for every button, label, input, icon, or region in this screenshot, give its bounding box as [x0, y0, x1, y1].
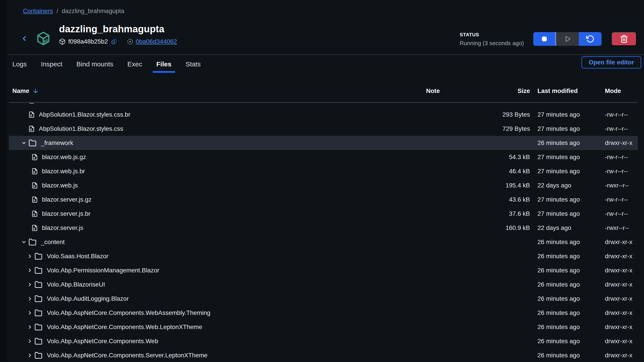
file-name: _framework [41, 139, 73, 146]
chevron-right-icon[interactable] [27, 253, 33, 259]
mode-cell: drwxr-xr-x [605, 239, 638, 246]
stop-button[interactable] [533, 32, 556, 46]
column-header-name[interactable]: Name [9, 87, 426, 94]
image-reference: 0ba06d344062 [127, 38, 177, 45]
table-row-file[interactable]: blazor.server.js.gz43.6 kB27 minutes ago… [9, 193, 638, 207]
table-row-folder[interactable]: Volo.Abp.AspNetCore.Components.Web26 min… [9, 334, 638, 348]
column-header-mode: Mode [605, 87, 638, 94]
chevron-right-icon[interactable] [27, 282, 33, 287]
container-controls [533, 32, 636, 46]
image-id-link[interactable]: 0ba06d344062 [136, 38, 177, 45]
delete-button[interactable] [612, 32, 636, 46]
tab-stats[interactable]: Stats [186, 60, 201, 68]
table-row-file[interactable]: blazor.server.js.br37.6 kB27 minutes ago… [9, 207, 638, 221]
file-name: Volo.Abp.BlazoriseUI [47, 281, 105, 288]
tab-logs[interactable]: Logs [12, 60, 27, 68]
last-modified-cell: 27 minutes ago [530, 168, 605, 175]
column-label-name: Name [12, 87, 29, 94]
breadcrumb-containers-link[interactable]: Containers [23, 8, 53, 15]
play-icon [563, 35, 572, 43]
table-row-folder[interactable]: Volo.Abp.AspNetCore.Components.Web.Lepto… [9, 320, 638, 334]
file-name: AbpSolution1.Blazor.styles.css [39, 125, 123, 132]
table-row-file[interactable]: AbpSolution1.Blazor.styles.css.br293 Byt… [9, 108, 638, 122]
chevron-right-icon[interactable] [27, 338, 33, 344]
restart-button[interactable] [579, 32, 602, 46]
file-name: blazor.web.js.gz [42, 153, 86, 161]
file-name: Volo.Abp.AspNetCore.Components.Server.Le… [47, 352, 208, 359]
chevron-down-icon[interactable] [21, 239, 27, 245]
name-cell: Volo.Abp.AspNetCore.Components.Web.Lepto… [9, 323, 426, 331]
name-cell: Volo.Saas.Host.Blazor [9, 252, 426, 260]
mode-cell: -rw-r--r-- [605, 210, 638, 217]
mode-cell: -rw-r--r-- [605, 125, 638, 132]
folder-icon [34, 351, 43, 359]
breadcrumb-current: dazzling_brahmagupta [62, 8, 124, 15]
mode-cell: drwxr-xr-x [605, 139, 638, 146]
table-row-file[interactable]: blazor.web.js195.4 kB22 days ago-rwxr--r… [9, 178, 638, 193]
table-row-folder[interactable]: Volo.Abp.AspNetCore.Components.WebAssemb… [9, 306, 638, 320]
table-row-file[interactable]: AbpSolution1.Blazor.styles.css729 Bytes2… [9, 122, 638, 136]
breadcrumb-separator: / [56, 8, 58, 15]
size-cell: 729 Bytes [477, 125, 530, 132]
status-block: STATUS Running (3 seconds ago) [460, 32, 524, 47]
start-button[interactable] [556, 32, 579, 46]
last-modified-cell: 27 minutes ago [530, 196, 605, 203]
folder-icon [28, 139, 37, 147]
mode-cell: -rw-r--r-- [605, 153, 638, 161]
files-table: Name Note Size Last modified Mode AbpSol… [9, 80, 638, 362]
last-modified-cell: 26 minutes ago [530, 281, 605, 288]
chevron-right-icon[interactable] [27, 268, 33, 273]
stop-icon [540, 35, 548, 43]
table-row-file[interactable]: blazor.server.js160.9 kB22 days ago-rwxr… [9, 221, 638, 235]
size-cell: 37.6 kB [477, 210, 530, 217]
last-modified-cell: 26 minutes ago [530, 253, 605, 260]
tab-files[interactable]: Files [156, 60, 171, 68]
last-modified-cell: 27 minutes ago [530, 125, 605, 132]
window-edge [0, 0, 7, 362]
table-row-folder[interactable]: _content26 minutes agodrwxr-xr-x [9, 235, 638, 249]
chevron-right-icon[interactable] [27, 352, 33, 358]
table-row-file[interactable]: blazor.web.js.gz54.3 kB27 minutes ago-rw… [9, 150, 638, 164]
container-id: f098a48b25b2 [68, 38, 108, 45]
table-row-folder[interactable]: Volo.Abp.AuditLogging.Blazor26 minutes a… [9, 292, 638, 306]
file-name: Volo.Abp.AspNetCore.Components.WebAssemb… [47, 309, 210, 316]
image-target-icon [127, 38, 134, 45]
chevron-down-icon[interactable] [21, 140, 27, 146]
chevron-right-icon[interactable] [27, 310, 33, 316]
table-row-folder[interactable]: Volo.Abp.BlazoriseUI26 minutes agodrwxr-… [9, 277, 638, 292]
mode-cell: drwxr-xr-x [605, 295, 638, 302]
file-icon [32, 196, 38, 204]
name-cell: blazor.server.js.br [9, 210, 426, 218]
mode-cell: -rw-r--r-- [605, 196, 638, 203]
name-cell: AbpSolution1.Blazor.styles.css.br [9, 111, 426, 119]
chevron-right-icon[interactable] [27, 324, 33, 330]
mode-cell: -rw-r--r-- [605, 111, 638, 118]
back-button[interactable] [20, 34, 29, 43]
chevron-right-icon[interactable] [27, 296, 33, 302]
table-row-folder[interactable]: _framework26 minutes agodrwxr-xr-x [9, 136, 638, 150]
last-modified-cell: 22 days ago [530, 224, 605, 232]
last-modified-cell: 27 minutes ago [530, 153, 605, 161]
last-modified-cell: 26 minutes ago [530, 267, 605, 274]
mode-cell: -rw-r--r-- [605, 168, 638, 175]
folder-icon [34, 337, 43, 345]
open-file-editor-button[interactable]: Open file editor [582, 56, 641, 69]
tab-bind-mounts[interactable]: Bind mounts [76, 60, 113, 68]
table-row-folder[interactable]: Volo.Abp.AspNetCore.Components.Server.Le… [9, 348, 638, 362]
table-row-file[interactable] [9, 103, 638, 108]
size-cell: 43.6 kB [477, 196, 530, 203]
name-cell: blazor.server.js.gz [9, 196, 426, 204]
table-row-folder[interactable]: Volo.Saas.Host.Blazor26 minutes agodrwxr… [9, 249, 638, 263]
tab-exec[interactable]: Exec [128, 60, 142, 68]
folder-icon [34, 252, 43, 260]
file-name: blazor.server.js [42, 224, 83, 232]
mode-cell: drwxr-xr-x [605, 309, 638, 316]
copy-id-button[interactable] [111, 39, 117, 45]
table-row-folder[interactable]: Volo.Abp.PermissionManagement.Blazor26 m… [9, 263, 638, 277]
name-cell: Volo.Abp.BlazoriseUI [9, 281, 426, 289]
table-body: AbpSolution1.Blazor.styles.css.br293 Byt… [9, 103, 638, 362]
box-icon [59, 38, 66, 45]
tab-inspect[interactable]: Inspect [41, 60, 62, 68]
folder-icon [34, 323, 43, 331]
table-row-file[interactable]: blazor.web.js.br46.4 kB27 minutes ago-rw… [9, 164, 638, 178]
